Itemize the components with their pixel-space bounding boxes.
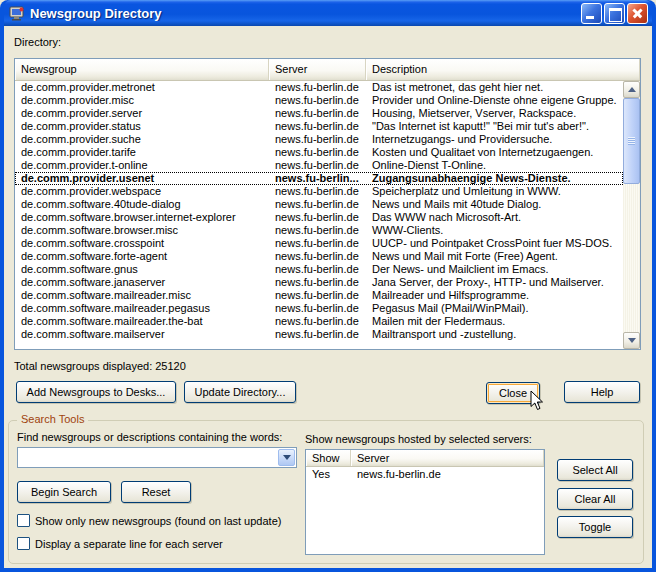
close-button[interactable]: Close: [486, 382, 540, 404]
table-row[interactable]: de.comm.provider.miscnews.fu-berlin.dePr…: [15, 94, 623, 107]
table-row[interactable]: de.comm.provider.metronetnews.fu-berlin.…: [15, 81, 623, 94]
cell-description: Das ist metronet, das geht hier net.: [366, 81, 623, 94]
cell-server: news.fu-berlin.de: [269, 237, 366, 250]
cell-newsgroup: de.comm.provider.misc: [15, 94, 269, 107]
minimize-button[interactable]: [581, 3, 602, 24]
server-row[interactable]: Yesnews.fu-berlin.de: [306, 467, 544, 481]
table-row[interactable]: de.comm.provider.suchenews.fu-berlin.deI…: [15, 133, 623, 146]
table-row[interactable]: de.comm.software.browser.miscnews.fu-ber…: [15, 224, 623, 237]
cell-description: Jana Server, der Proxy-, HTTP- und Mails…: [366, 276, 623, 289]
cell-server: news.fu-berlin.de: [269, 198, 366, 211]
cell-newsgroup: de.comm.provider.suche: [15, 133, 269, 146]
cell-server: news.fu-berlin.de: [269, 185, 366, 198]
table-row[interactable]: de.comm.software.mailreader.miscnews.fu-…: [15, 289, 623, 302]
clear-all-button[interactable]: Clear All: [557, 488, 633, 510]
search-words-combobox[interactable]: [17, 447, 297, 468]
cell-description: Zugangsunabhaengige News-Dienste.: [366, 172, 623, 185]
titlebar[interactable]: Newsgroup Directory: [4, 0, 652, 26]
scroll-up-button[interactable]: [623, 81, 640, 98]
table-row[interactable]: de.comm.software.40tude-dialognews.fu-be…: [15, 198, 623, 211]
dialog-client-area: Directory: Newsgroup Server Description …: [4, 26, 652, 568]
cell-newsgroup: de.comm.software.mailreader.the-bat: [15, 315, 269, 328]
chevron-down-icon: [283, 455, 291, 460]
hosted-servers-label: Show newsgroups hosted by selected serve…: [305, 433, 532, 445]
cell-server: news.fu-berlin.de: [269, 146, 366, 159]
cell-newsgroup: de.comm.software.mailserver: [15, 328, 269, 341]
begin-search-button[interactable]: Begin Search: [17, 481, 111, 503]
cell-server: news.fu-berlin.de: [269, 250, 366, 263]
listview-header: Newsgroup Server Description: [15, 59, 640, 81]
checkbox-box-icon[interactable]: [17, 514, 30, 527]
cell-server: news.fu-berlin.de: [269, 276, 366, 289]
app-icon: [9, 5, 25, 21]
cell-newsgroup: de.comm.provider.status: [15, 120, 269, 133]
column-header-server[interactable]: Server: [351, 450, 544, 466]
cell-newsgroup: de.comm.provider.t-online: [15, 159, 269, 172]
newsgroup-listview: Newsgroup Server Description de.comm.pro…: [14, 58, 641, 350]
table-row[interactable]: de.comm.provider.servernews.fu-berlin.de…: [15, 107, 623, 120]
cell-description: Mailtransport und -zustellung.: [366, 328, 623, 341]
scrollbar-thumb[interactable]: [623, 98, 640, 184]
table-row[interactable]: de.comm.software.gnusnews.fu-berlin.deDe…: [15, 263, 623, 276]
show-only-new-checkbox[interactable]: Show only new newsgroups (found on last …: [17, 514, 281, 527]
table-row[interactable]: de.comm.provider.usenetnews.fu-berlin...…: [15, 172, 623, 185]
show-only-new-label: Show only new newsgroups (found on last …: [35, 515, 281, 527]
add-newsgroups-button[interactable]: Add Newsgroups to Desks...: [16, 381, 176, 403]
cell-description: Mailen mit der Fledermaus.: [366, 315, 623, 328]
cell-description: Online-Dienst T-Online.: [366, 159, 623, 172]
window-title: Newsgroup Directory: [30, 6, 579, 21]
table-row[interactable]: de.comm.software.mailservernews.fu-berli…: [15, 328, 623, 341]
search-words-input[interactable]: [18, 448, 277, 467]
column-header-server[interactable]: Server: [269, 59, 366, 80]
table-row[interactable]: de.comm.provider.statusnews.fu-berlin.de…: [15, 120, 623, 133]
table-row[interactable]: de.comm.software.browser.internet-explor…: [15, 211, 623, 224]
find-words-label: Find newsgroups or descriptions containi…: [17, 431, 282, 443]
reset-button[interactable]: Reset: [121, 481, 191, 503]
cell-server: news.fu-berlin.de: [269, 211, 366, 224]
table-row[interactable]: de.comm.software.janaservernews.fu-berli…: [15, 276, 623, 289]
cell-server: news.fu-berlin.de: [269, 107, 366, 120]
combo-dropdown-button[interactable]: [278, 449, 295, 466]
table-row[interactable]: de.comm.software.mailreader.pegasusnews.…: [15, 302, 623, 315]
cell-newsgroup: de.comm.software.mailreader.misc: [15, 289, 269, 302]
maximize-button[interactable]: [604, 3, 625, 24]
column-header-description[interactable]: Description: [366, 59, 640, 80]
separate-line-checkbox[interactable]: Display a separate line for each server: [17, 537, 223, 550]
cell-newsgroup: de.comm.software.janaserver: [15, 276, 269, 289]
cell-description: Provider und Online-Dienste ohne eigene …: [366, 94, 623, 107]
cell-server: news.fu-berlin.de: [269, 289, 366, 302]
cell-description: Mailreader und Hilfsprogramme.: [366, 289, 623, 302]
cell-description: Kosten und Qualitaet von Internetzugaeng…: [366, 146, 623, 159]
select-all-button[interactable]: Select All: [557, 459, 633, 481]
close-window-button[interactable]: [627, 3, 648, 24]
search-tools-group: Search Tools Find newsgroups or descript…: [8, 420, 644, 564]
table-row[interactable]: de.comm.software.mailreader.the-batnews.…: [15, 315, 623, 328]
cell-server: news.fu-berlin.de: [269, 159, 366, 172]
cell-server: news.fu-berlin.de: [269, 224, 366, 237]
table-row[interactable]: de.comm.software.forte-agentnews.fu-berl…: [15, 250, 623, 263]
toggle-button[interactable]: Toggle: [557, 516, 633, 538]
cell-description: WWW-Clients.: [366, 224, 623, 237]
vertical-scrollbar[interactable]: [623, 81, 640, 349]
arrow-down-icon: [628, 338, 636, 343]
cell-server: news.fu-berlin.de: [269, 302, 366, 315]
arrow-up-icon: [628, 87, 636, 92]
directory-label: Directory:: [14, 36, 61, 48]
column-header-newsgroup[interactable]: Newsgroup: [15, 59, 269, 80]
cell-server: news.fu-berlin.de: [269, 94, 366, 107]
help-button[interactable]: Help: [564, 381, 640, 403]
column-header-show[interactable]: Show: [306, 450, 351, 466]
update-directory-button[interactable]: Update Directory...: [184, 381, 296, 403]
table-row[interactable]: de.comm.software.crosspointnews.fu-berli…: [15, 237, 623, 250]
table-row[interactable]: de.comm.provider.webspacenews.fu-berlin.…: [15, 185, 623, 198]
cell-server: news.fu-berlin...: [269, 172, 366, 185]
table-row[interactable]: de.comm.provider.t-onlinenews.fu-berlin.…: [15, 159, 623, 172]
checkbox-box-icon[interactable]: [17, 537, 30, 550]
table-row[interactable]: de.comm.provider.tarifenews.fu-berlin.de…: [15, 146, 623, 159]
cell-newsgroup: de.comm.provider.server: [15, 107, 269, 120]
cell-newsgroup: de.comm.provider.metronet: [15, 81, 269, 94]
cell-description: UUCP- und Pointpaket CrossPoint fuer MS-…: [366, 237, 623, 250]
scroll-down-button[interactable]: [623, 332, 640, 349]
server-rows: Yesnews.fu-berlin.de: [306, 467, 544, 481]
cell-newsgroup: de.comm.software.gnus: [15, 263, 269, 276]
